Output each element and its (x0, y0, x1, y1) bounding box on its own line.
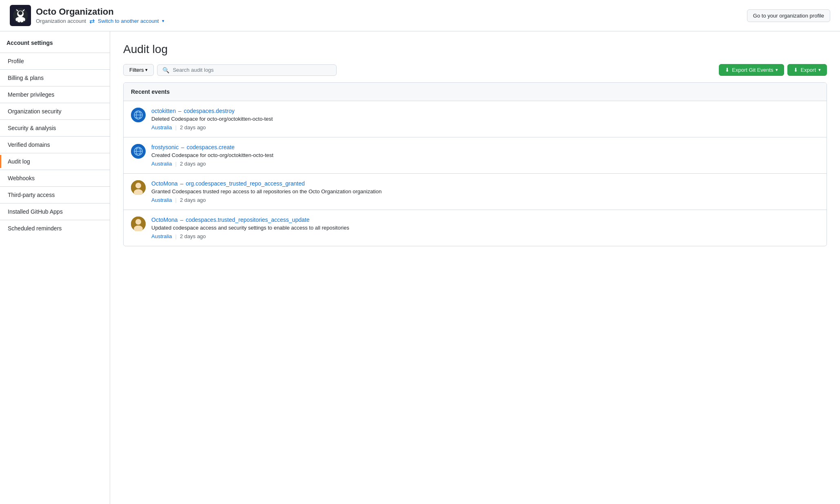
event-separator: – (180, 180, 185, 187)
sidebar-divider-3 (0, 103, 110, 103)
event-meta: Australia | 2 days ago (151, 233, 819, 239)
event-location-link[interactable]: Australia (151, 197, 172, 203)
event-time: 2 days ago (180, 233, 206, 239)
svg-point-27 (135, 219, 141, 225)
download-icon: ⬇ (793, 67, 798, 73)
event-location-link[interactable]: Australia (151, 233, 172, 239)
event-meta-separator: | (175, 124, 177, 130)
event-row: octokitten – codespaces.destroy Deleted … (124, 101, 827, 137)
sidebar-item-github-apps[interactable]: Installed GitHub Apps (0, 205, 110, 218)
event-content: OctoMona – org.codespaces_trusted_repo_a… (151, 180, 819, 203)
export-chevron-icon: ▾ (818, 67, 821, 73)
sidebar-item-profile[interactable]: Profile (0, 55, 110, 68)
switch-chevron-icon: ▾ (162, 18, 164, 24)
event-actor-link[interactable]: octokitten (151, 108, 176, 114)
event-action-link[interactable]: codespaces.create (187, 144, 235, 150)
event-content: octokitten – codespaces.destroy Deleted … (151, 108, 819, 130)
filters-button[interactable]: Filters ▾ (123, 64, 154, 76)
header-left: Octo Organization Organization account ⇄… (10, 5, 164, 26)
sidebar-item-audit-log[interactable]: Audit log (0, 155, 110, 168)
event-action-link[interactable]: org.codespaces_trusted_repo_access_grant… (186, 180, 305, 187)
event-meta-separator: | (175, 197, 177, 203)
event-description: Updated codespace access and security se… (151, 225, 819, 231)
event-location-link[interactable]: Australia (151, 124, 172, 130)
export-git-events-button[interactable]: ⬇ Export Git Events ▾ (719, 64, 784, 76)
sidebar-divider-4 (0, 119, 110, 120)
events-header: Recent events (124, 83, 827, 101)
event-actor-link[interactable]: OctoMona (151, 180, 178, 187)
search-icon: 🔍 (162, 67, 169, 73)
toolbar-right: ⬇ Export Git Events ▾ ⬇ Export ▾ (719, 64, 827, 76)
export-git-chevron-icon: ▾ (776, 67, 778, 73)
event-action-link[interactable]: codespaces.trusted_repositories_access_u… (186, 217, 310, 223)
sidebar-divider-top (0, 53, 110, 53)
switch-icon: ⇄ (89, 17, 95, 25)
event-actor-link[interactable]: frostysonic (151, 144, 179, 150)
org-profile-button[interactable]: Go to your organization profile (747, 9, 830, 22)
search-box: 🔍 (157, 64, 337, 76)
search-input[interactable] (173, 67, 331, 73)
page-title: Audit log (123, 43, 827, 56)
event-content: frostysonic – codespaces.create Created … (151, 144, 819, 167)
toolbar-left: Filters ▾ 🔍 (123, 64, 337, 76)
event-location-link[interactable]: Australia (151, 161, 172, 167)
sidebar-item-org-security[interactable]: Organization security (0, 105, 110, 118)
sidebar-item-webhooks[interactable]: Webhooks (0, 172, 110, 185)
event-row: OctoMona – org.codespaces_trusted_repo_a… (124, 174, 827, 210)
org-name: Octo Organization (36, 7, 164, 17)
toolbar: Filters ▾ 🔍 ⬇ Export Git Events ▾ ⬇ Expo… (123, 64, 827, 76)
event-separator: – (180, 217, 185, 223)
sidebar-divider-9 (0, 203, 110, 203)
sidebar-item-member-privileges[interactable]: Member privileges (0, 88, 110, 101)
event-row: OctoMona – codespaces.trusted_repositori… (124, 210, 827, 246)
event-time: 2 days ago (180, 124, 206, 130)
event-description: Deleted Codespace for octo-org/octokitte… (151, 116, 819, 122)
sidebar-item-security-analysis[interactable]: Security & analysis (0, 122, 110, 135)
svg-line-9 (24, 21, 24, 23)
main-content: Audit log Filters ▾ 🔍 ⬇ Export Git Event… (110, 31, 840, 504)
download-git-icon: ⬇ (725, 67, 729, 73)
header: Octo Organization Organization account ⇄… (0, 0, 840, 31)
sidebar-divider-2 (0, 86, 110, 86)
event-title: OctoMona – codespaces.trusted_repositori… (151, 217, 819, 223)
sidebar-divider-10 (0, 220, 110, 220)
export-git-label: Export Git Events (732, 67, 773, 73)
event-time: 2 days ago (180, 197, 206, 203)
switch-account-link[interactable]: Switch to another account (98, 18, 159, 24)
avatar (131, 144, 146, 159)
sidebar-item-verified-domains[interactable]: Verified domains (0, 138, 110, 151)
sidebar-divider-6 (0, 153, 110, 153)
event-meta-separator: | (175, 233, 177, 239)
sidebar-item-scheduled-reminders[interactable]: Scheduled reminders (0, 222, 110, 235)
export-button[interactable]: ⬇ Export ▾ (787, 64, 827, 76)
event-action-link[interactable]: codespaces.destroy (184, 108, 235, 114)
filters-chevron-icon: ▾ (145, 67, 148, 73)
sidebar-divider-1 (0, 69, 110, 70)
svg-point-24 (135, 183, 141, 188)
event-meta: Australia | 2 days ago (151, 197, 819, 203)
event-meta: Australia | 2 days ago (151, 124, 819, 130)
event-description: Created Codespace for octo-org/octokitte… (151, 152, 819, 158)
sidebar-heading: Account settings (0, 40, 110, 51)
event-content: OctoMona – codespaces.trusted_repositori… (151, 217, 819, 239)
avatar (131, 108, 146, 122)
avatar (131, 217, 146, 231)
event-separator: – (178, 108, 183, 114)
avatar (131, 180, 146, 195)
svg-line-7 (17, 21, 17, 23)
sidebar-item-billing[interactable]: Billing & plans (0, 71, 110, 84)
events-panel: Recent events octokitten – codespaces.de… (123, 82, 827, 246)
event-row: frostysonic – codespaces.create Created … (124, 137, 827, 174)
event-actor-link[interactable]: OctoMona (151, 217, 178, 223)
layout: Account settings Profile Billing & plans… (0, 31, 840, 504)
org-sub: Organization account ⇄ Switch to another… (36, 17, 164, 25)
org-info: Octo Organization Organization account ⇄… (36, 7, 164, 25)
sidebar: Account settings Profile Billing & plans… (0, 31, 110, 504)
event-title: OctoMona – org.codespaces_trusted_repo_a… (151, 180, 819, 187)
svg-point-2 (18, 11, 22, 15)
org-logo (10, 5, 31, 26)
event-meta-separator: | (175, 161, 177, 167)
filters-label: Filters (129, 67, 144, 73)
sidebar-item-third-party[interactable]: Third-party access (0, 188, 110, 201)
sidebar-divider-5 (0, 136, 110, 137)
